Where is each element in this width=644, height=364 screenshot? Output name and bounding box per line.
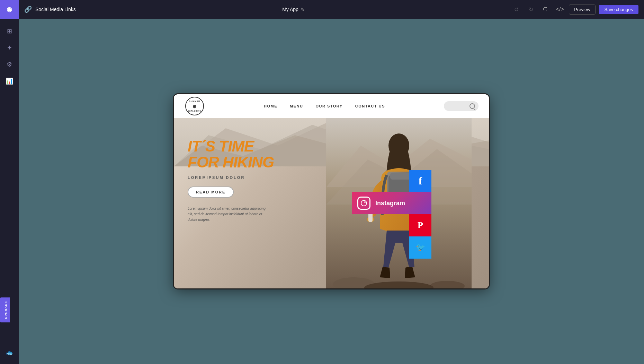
topbar: 🔗 Social Media Links My App ✎ ↺ ↻ ⏱ </> … <box>19 0 644 19</box>
hero-subtitle: LOREMIPSUM DOLOR <box>188 175 274 180</box>
search-box[interactable] <box>444 101 478 111</box>
sidebar-item-settings[interactable]: ⚙ <box>2 58 16 71</box>
fish-icon: 🐟 <box>2 346 16 360</box>
sidebar-logo[interactable]: ◉ <box>0 0 19 19</box>
sidebar-icons: ⊞ ✦ ⚙ 📊 <box>2 19 16 346</box>
hero-content: IT´S TIME FOR HIKING LOREMIPSUM DOLOR RE… <box>188 139 274 223</box>
read-more-button[interactable]: READ MORE <box>188 187 234 198</box>
preview-button[interactable]: Preview <box>569 5 595 15</box>
pinterest-button[interactable]: P <box>409 214 431 236</box>
twitter-icon: 🐦 <box>416 243 425 252</box>
hero-title-line1: IT´S TIME <box>188 139 274 154</box>
instagram-icon <box>357 197 370 210</box>
history-button[interactable]: ⏱ <box>540 4 551 15</box>
instagram-icon-inner <box>361 200 367 206</box>
sidebar-bottom: Upgrade 🐟 <box>2 346 16 364</box>
sidebar-item-dashboard[interactable]: ⊞ <box>2 24 16 38</box>
facebook-button[interactable]: f <box>409 170 431 192</box>
hero-title-line2: FOR HIKING <box>188 154 274 171</box>
nav-contact[interactable]: CONTACT US <box>355 104 385 108</box>
edit-icon[interactable]: ✎ <box>301 7 304 12</box>
svg-rect-12 <box>390 173 411 180</box>
instagram-label: Instagram <box>375 200 405 207</box>
twitter-button[interactable]: 🐦 <box>409 236 431 259</box>
search-icon <box>469 103 475 109</box>
preview-nav: SUMMER ⊕ EXPLORING HOME MENU OUR STORY C… <box>174 94 489 118</box>
preview-card: SUMMER ⊕ EXPLORING HOME MENU OUR STORY C… <box>174 94 489 288</box>
nav-home[interactable]: HOME <box>264 104 277 108</box>
hero-description: Lorem ipsum dolor sit amet, consectetur … <box>188 206 271 223</box>
undo-button[interactable]: ↺ <box>511 4 522 15</box>
logo-text-bottom: EXPLORING <box>188 110 201 112</box>
sidebar-item-analytics[interactable]: 📊 <box>2 74 16 88</box>
logo-icon-middle: ⊕ <box>193 103 197 110</box>
main-area: 🔗 Social Media Links My App ✎ ↺ ↻ ⏱ </> … <box>19 0 644 364</box>
upgrade-button[interactable]: Upgrade <box>0 297 10 322</box>
logo-text-top: SUMMER <box>189 100 200 103</box>
center-title: My App <box>282 7 298 12</box>
facebook-icon: f <box>419 175 422 187</box>
app-icon: 🔗 <box>24 6 32 13</box>
preview-hero: IT´S TIME FOR HIKING LOREMIPSUM DOLOR RE… <box>174 118 489 288</box>
sidebar: ◉ ⊞ ✦ ⚙ 📊 Upgrade 🐟 <box>0 0 19 364</box>
social-buttons-wrapper: f Instagram P 🐦 <box>409 170 489 259</box>
instagram-button[interactable]: Instagram <box>352 192 431 214</box>
logo-icon: ◉ <box>7 6 12 13</box>
nav-menu[interactable]: MENU <box>290 104 303 108</box>
topbar-center: My App ✎ <box>282 7 304 12</box>
preview-logo: SUMMER ⊕ EXPLORING <box>184 96 205 116</box>
redo-button[interactable]: ↻ <box>525 4 536 15</box>
sidebar-item-tools[interactable]: ✦ <box>2 41 16 55</box>
code-button[interactable]: </> <box>554 4 565 15</box>
canvas-area: SUMMER ⊕ EXPLORING HOME MENU OUR STORY C… <box>19 19 644 364</box>
app-title: Social Media Links <box>35 7 76 12</box>
nav-our-story[interactable]: OUR STORY <box>315 104 342 108</box>
topbar-left: 🔗 Social Media Links <box>24 6 76 13</box>
save-button[interactable]: Save changes <box>599 5 638 14</box>
preview-nav-links: HOME MENU OUR STORY CONTACT US <box>264 104 385 108</box>
topbar-right: ↺ ↻ ⏱ </> Preview Save changes <box>511 4 638 15</box>
pinterest-icon: P <box>418 220 423 231</box>
logo-circle: SUMMER ⊕ EXPLORING <box>185 97 204 115</box>
